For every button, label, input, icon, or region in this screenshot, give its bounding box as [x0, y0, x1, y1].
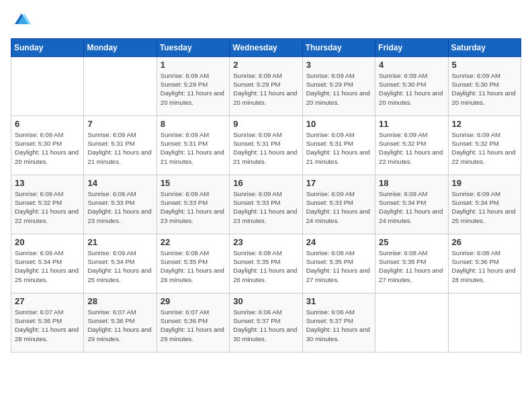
calendar-header: SundayMondayTuesdayWednesdayThursdayFrid… — [11, 38, 521, 56]
weekday-header-saturday: Saturday — [448, 38, 521, 56]
day-number: 16 — [233, 178, 298, 188]
day-number: 22 — [161, 237, 226, 247]
table-row: 13Sunrise: 6:09 AM Sunset: 5:32 PM Dayli… — [11, 175, 84, 234]
day-info: Sunrise: 6:09 AM Sunset: 5:32 PM Dayligh… — [15, 189, 80, 225]
day-number: 2 — [233, 60, 298, 70]
table-row: 12Sunrise: 6:09 AM Sunset: 5:32 PM Dayli… — [448, 116, 521, 175]
day-number: 5 — [452, 60, 517, 70]
day-info: Sunrise: 6:09 AM Sunset: 5:32 PM Dayligh… — [452, 130, 517, 166]
day-number: 19 — [452, 178, 517, 188]
calendar-table: SundayMondayTuesdayWednesdayThursdayFrid… — [11, 38, 521, 353]
table-row: 22Sunrise: 6:08 AM Sunset: 5:35 PM Dayli… — [157, 234, 229, 293]
logo — [11, 11, 31, 33]
table-row: 16Sunrise: 6:09 AM Sunset: 5:33 PM Dayli… — [230, 175, 302, 234]
table-row: 14Sunrise: 6:09 AM Sunset: 5:33 PM Dayli… — [84, 175, 157, 234]
logo-icon — [12, 11, 31, 30]
weekday-header-wednesday: Wednesday — [230, 38, 302, 56]
day-number: 27 — [15, 296, 80, 306]
day-info: Sunrise: 6:08 AM Sunset: 5:36 PM Dayligh… — [452, 248, 517, 284]
day-number: 18 — [379, 178, 444, 188]
day-info: Sunrise: 6:09 AM Sunset: 5:31 PM Dayligh… — [306, 130, 371, 166]
day-number: 1 — [161, 60, 226, 70]
day-info: Sunrise: 6:09 AM Sunset: 5:31 PM Dayligh… — [233, 130, 298, 166]
day-info: Sunrise: 6:09 AM Sunset: 5:34 PM Dayligh… — [15, 248, 80, 284]
day-number: 30 — [233, 296, 298, 306]
day-number: 26 — [452, 237, 517, 247]
table-row: 8Sunrise: 6:09 AM Sunset: 5:31 PM Daylig… — [157, 116, 229, 175]
day-number: 20 — [15, 237, 80, 247]
table-row: 1Sunrise: 6:09 AM Sunset: 5:29 PM Daylig… — [157, 56, 229, 116]
day-info: Sunrise: 6:09 AM Sunset: 5:33 PM Dayligh… — [233, 189, 298, 225]
day-number: 17 — [306, 178, 371, 188]
table-row: 31Sunrise: 6:06 AM Sunset: 5:37 PM Dayli… — [302, 293, 375, 352]
day-number: 31 — [306, 296, 371, 306]
day-number: 9 — [233, 119, 298, 129]
day-info: Sunrise: 6:09 AM Sunset: 5:33 PM Dayligh… — [161, 189, 226, 225]
table-row: 9Sunrise: 6:09 AM Sunset: 5:31 PM Daylig… — [230, 116, 302, 175]
day-info: Sunrise: 6:09 AM Sunset: 5:29 PM Dayligh… — [233, 71, 298, 107]
table-row: 7Sunrise: 6:09 AM Sunset: 5:31 PM Daylig… — [84, 116, 157, 175]
day-info: Sunrise: 6:09 AM Sunset: 5:30 PM Dayligh… — [15, 130, 80, 166]
day-number: 24 — [306, 237, 371, 247]
table-row — [448, 293, 521, 352]
table-row — [375, 293, 448, 352]
table-row: 27Sunrise: 6:07 AM Sunset: 5:36 PM Dayli… — [11, 293, 84, 352]
table-row: 25Sunrise: 6:08 AM Sunset: 5:35 PM Dayli… — [375, 234, 448, 293]
weekday-header-monday: Monday — [84, 38, 157, 56]
table-row — [84, 56, 157, 116]
day-info: Sunrise: 6:09 AM Sunset: 5:34 PM Dayligh… — [379, 189, 444, 225]
day-number: 21 — [87, 237, 152, 247]
day-number: 23 — [233, 237, 298, 247]
day-number: 3 — [306, 60, 371, 70]
day-info: Sunrise: 6:06 AM Sunset: 5:37 PM Dayligh… — [306, 308, 371, 343]
table-row: 30Sunrise: 6:06 AM Sunset: 5:37 PM Dayli… — [230, 293, 302, 352]
day-info: Sunrise: 6:09 AM Sunset: 5:29 PM Dayligh… — [306, 71, 371, 107]
day-info: Sunrise: 6:08 AM Sunset: 5:35 PM Dayligh… — [233, 248, 298, 284]
table-row: 5Sunrise: 6:09 AM Sunset: 5:30 PM Daylig… — [448, 56, 521, 116]
day-number: 14 — [87, 178, 152, 188]
day-info: Sunrise: 6:08 AM Sunset: 5:35 PM Dayligh… — [306, 248, 371, 284]
day-number: 12 — [452, 119, 517, 129]
day-info: Sunrise: 6:07 AM Sunset: 5:36 PM Dayligh… — [15, 308, 80, 343]
table-row: 29Sunrise: 6:07 AM Sunset: 5:36 PM Dayli… — [157, 293, 229, 352]
table-row: 23Sunrise: 6:08 AM Sunset: 5:35 PM Dayli… — [230, 234, 302, 293]
page-header — [11, 11, 521, 33]
table-row: 18Sunrise: 6:09 AM Sunset: 5:34 PM Dayli… — [375, 175, 448, 234]
calendar-body: 1Sunrise: 6:09 AM Sunset: 5:29 PM Daylig… — [11, 56, 521, 352]
table-row: 11Sunrise: 6:09 AM Sunset: 5:32 PM Dayli… — [375, 116, 448, 175]
day-number: 29 — [161, 296, 226, 306]
day-number: 7 — [87, 119, 152, 129]
day-info: Sunrise: 6:06 AM Sunset: 5:37 PM Dayligh… — [233, 308, 298, 343]
day-number: 6 — [15, 119, 80, 129]
day-info: Sunrise: 6:09 AM Sunset: 5:32 PM Dayligh… — [379, 130, 444, 166]
day-info: Sunrise: 6:09 AM Sunset: 5:30 PM Dayligh… — [379, 71, 444, 107]
day-number: 15 — [161, 178, 226, 188]
day-info: Sunrise: 6:09 AM Sunset: 5:31 PM Dayligh… — [161, 130, 226, 166]
day-info: Sunrise: 6:09 AM Sunset: 5:33 PM Dayligh… — [87, 189, 152, 225]
day-info: Sunrise: 6:09 AM Sunset: 5:34 PM Dayligh… — [87, 248, 152, 284]
table-row: 3Sunrise: 6:09 AM Sunset: 5:29 PM Daylig… — [302, 56, 375, 116]
day-number: 13 — [15, 178, 80, 188]
day-info: Sunrise: 6:07 AM Sunset: 5:36 PM Dayligh… — [87, 308, 152, 343]
table-row: 10Sunrise: 6:09 AM Sunset: 5:31 PM Dayli… — [302, 116, 375, 175]
table-row — [11, 56, 84, 116]
weekday-header-thursday: Thursday — [302, 38, 375, 56]
table-row: 20Sunrise: 6:09 AM Sunset: 5:34 PM Dayli… — [11, 234, 84, 293]
weekday-header-sunday: Sunday — [11, 38, 84, 56]
day-info: Sunrise: 6:08 AM Sunset: 5:35 PM Dayligh… — [161, 248, 226, 284]
weekday-header-friday: Friday — [375, 38, 448, 56]
table-row: 15Sunrise: 6:09 AM Sunset: 5:33 PM Dayli… — [157, 175, 229, 234]
day-number: 4 — [379, 60, 444, 70]
table-row: 21Sunrise: 6:09 AM Sunset: 5:34 PM Dayli… — [84, 234, 157, 293]
day-number: 8 — [161, 119, 226, 129]
day-info: Sunrise: 6:09 AM Sunset: 5:34 PM Dayligh… — [452, 189, 517, 225]
day-info: Sunrise: 6:08 AM Sunset: 5:35 PM Dayligh… — [379, 248, 444, 284]
table-row: 2Sunrise: 6:09 AM Sunset: 5:29 PM Daylig… — [230, 56, 302, 116]
day-info: Sunrise: 6:07 AM Sunset: 5:36 PM Dayligh… — [161, 308, 226, 343]
weekday-header-tuesday: Tuesday — [157, 38, 229, 56]
table-row: 4Sunrise: 6:09 AM Sunset: 5:30 PM Daylig… — [375, 56, 448, 116]
day-number: 28 — [87, 296, 152, 306]
day-number: 10 — [306, 119, 371, 129]
day-info: Sunrise: 6:09 AM Sunset: 5:33 PM Dayligh… — [306, 189, 371, 225]
table-row: 24Sunrise: 6:08 AM Sunset: 5:35 PM Dayli… — [302, 234, 375, 293]
